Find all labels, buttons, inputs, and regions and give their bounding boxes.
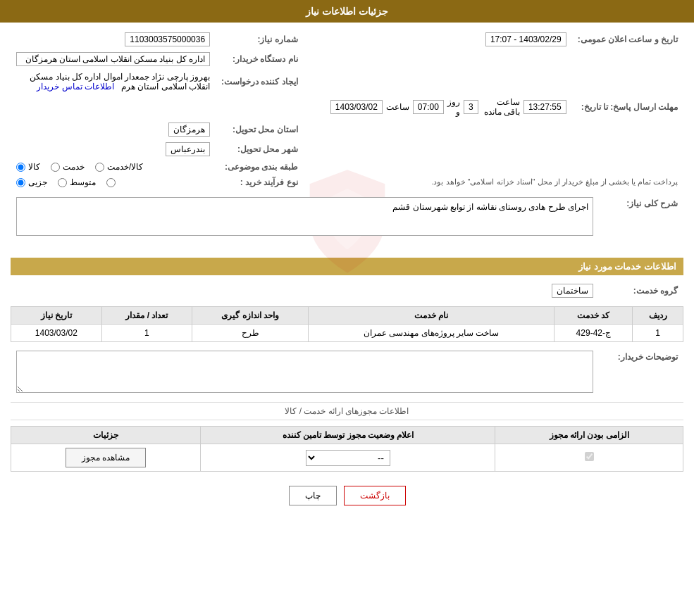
purchase-option-small: جزیی <box>16 177 47 187</box>
category-option-service: خدمت <box>51 162 85 172</box>
city-value: بندرعباس <box>166 142 210 156</box>
response-time: 07:00 <box>413 100 444 114</box>
service-table: ردیف کد خدمت نام خدمت واحد اندازه گیری ت… <box>11 306 683 342</box>
purchase-option-note <box>106 178 118 187</box>
service-group-table: گروه خدمت: ساختمان <box>11 281 683 301</box>
purchase-type-label: نوع فرآیند خرید : <box>216 175 304 190</box>
permit-section-title: اطلاعات مجوزهای ارائه خدمت / کالا <box>11 402 683 420</box>
purchase-radio-note[interactable] <box>106 178 116 187</box>
cell-quantity: 1 <box>101 325 192 342</box>
service-group-label: گروه خدمت: <box>599 281 683 301</box>
permit-mandatory-cell <box>495 444 683 472</box>
days-label: روز و <box>447 97 460 117</box>
creator-link[interactable]: اطلاعات تماس خریدار <box>37 82 114 92</box>
response-date: 1403/03/02 <box>330 100 383 114</box>
category-option-goods-services: کالا/خدمت <box>95 162 143 172</box>
general-desc-label: شرح کلی نیاز: <box>599 194 683 239</box>
need-number-label: شماره نیاز: <box>216 30 304 49</box>
col-unit: واحد اندازه گیری <box>192 307 309 325</box>
page-wrapper: جزئیات اطلاعات نیاز تاریخ و ساعت اعلان ع… <box>0 0 694 616</box>
print-button[interactable]: چاپ <box>289 486 337 505</box>
province-value: هرمزگان <box>168 122 210 137</box>
purchase-radio-medium[interactable] <box>58 178 67 187</box>
permit-details-cell: مشاهده مجوز <box>11 444 201 472</box>
remaining-label: ساعت باقی مانده <box>482 97 520 117</box>
description-area: RF شرح کلی نیاز: اجرای طرح هادی روستای ن… <box>11 194 683 251</box>
category-label: طبقه بندی موضوعی: <box>216 159 304 175</box>
buyer-notes-table: توضیحات خریدار: <box>11 348 683 398</box>
days-value: 3 <box>464 100 478 114</box>
buyer-notes-input[interactable] <box>16 351 593 393</box>
permit-col-status: اعلام وضعیت مجوز توسط تامین کننده <box>201 427 495 444</box>
description-table: شرح کلی نیاز: اجرای طرح هادی روستای نقاش… <box>11 194 683 239</box>
buyer-org-label: نام دستگاه خریدار: <box>216 49 304 69</box>
col-service-code: کد خدمت <box>554 307 633 325</box>
category-radio-goods[interactable] <box>16 163 25 172</box>
permit-status-select[interactable]: -- <box>306 450 390 466</box>
permit-view-button[interactable]: مشاهده مجوز <box>66 448 146 467</box>
col-need-date: تاریخ نیاز <box>11 307 102 325</box>
permit-mandatory-checkbox <box>585 452 594 461</box>
buyer-notes-label: توضیحات خریدار: <box>599 348 683 398</box>
city-label: شهر محل تحویل: <box>216 139 304 159</box>
cell-row-num: 1 <box>633 325 683 342</box>
purchase-radio-small[interactable] <box>16 178 25 187</box>
need-number-value: 1103003575000036 <box>125 32 210 46</box>
permit-row: -- مشاهده مجوز <box>11 444 683 472</box>
back-button[interactable]: بازگشت <box>344 486 406 505</box>
cell-service-name: ساخت سایر پروژه‌های مهندسی عمران <box>308 325 554 342</box>
service-info-title: اطلاعات خدمات مورد نیاز <box>11 258 683 275</box>
permit-table: الزامی بودن ارائه مجوز اعلام وضعیت مجوز … <box>11 426 683 472</box>
cell-unit: طرح <box>192 325 309 342</box>
announce-datetime-label: تاریخ و ساعت اعلان عمومی: <box>572 30 683 49</box>
response-deadline-label: مهلت ارسال پاسخ: تا تاریخ: <box>572 94 683 120</box>
service-group-value: ساختمان <box>552 284 593 298</box>
col-service-name: نام خدمت <box>308 307 554 325</box>
bottom-buttons: بازگشت چاپ <box>11 486 683 505</box>
response-time-label: ساعت <box>386 102 409 112</box>
col-row-num: ردیف <box>633 307 683 325</box>
permit-col-details: جزئیات <box>11 427 201 444</box>
province-label: استان محل تحویل: <box>216 120 304 139</box>
general-desc-value: اجرای طرح هادی روستای نقاشه از توابع شهر… <box>16 197 593 236</box>
col-quantity: تعداد / مقدار <box>101 307 192 325</box>
page-title: جزئیات اطلاعات نیاز <box>306 6 388 17</box>
category-radio-goods-services[interactable] <box>95 163 104 172</box>
category-option-goods: کالا <box>16 162 40 172</box>
cell-service-code: ج-42-429 <box>554 325 633 342</box>
creator-label: ایجاد کننده درخواست: <box>216 69 304 94</box>
category-radio-group: کالا/خدمت خدمت کالا <box>16 162 210 172</box>
buyer-org-value: اداره کل بنیاد مسکن انقلاب اسلامی استان … <box>16 52 210 66</box>
category-radio-service[interactable] <box>51 163 60 172</box>
purchase-type-note: پرداخت تمام یا بخشی از مبلغ خریدار از مح… <box>431 177 678 186</box>
permit-status-cell: -- <box>201 444 495 472</box>
need-info-table: تاریخ و ساعت اعلان عمومی: 1403/02/29 - 1… <box>11 30 683 190</box>
cell-need-date: 1403/03/02 <box>11 325 102 342</box>
announce-datetime-value: 1403/02/29 - 17:07 <box>485 32 566 46</box>
permit-col-mandatory: الزامی بودن ارائه مجوز <box>495 427 683 444</box>
purchase-type-radio-group: متوسط جزیی <box>16 177 210 187</box>
page-header: جزئیات اطلاعات نیاز <box>0 0 694 23</box>
purchase-option-medium: متوسط <box>58 177 96 187</box>
remaining-time: 13:27:55 <box>523 100 566 114</box>
service-table-row: 1 ج-42-429 ساخت سایر پروژه‌های مهندسی عم… <box>11 325 683 342</box>
main-content: تاریخ و ساعت اعلان عمومی: 1403/02/29 - 1… <box>0 23 694 527</box>
